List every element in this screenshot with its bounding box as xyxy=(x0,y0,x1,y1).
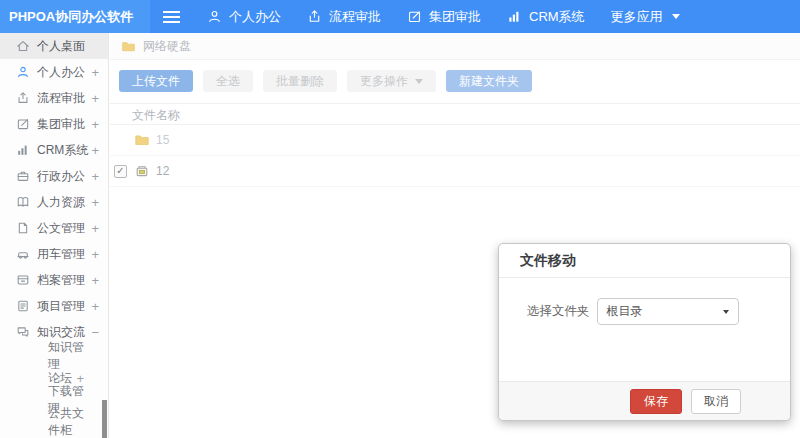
topnav-item-3[interactable]: 集团审批 xyxy=(394,0,494,33)
toolbar-button-label: 批量删除 xyxy=(276,73,324,90)
row-checkbox[interactable]: ✓ xyxy=(114,165,127,178)
topnav-item-label: CRM系统 xyxy=(529,8,585,26)
sidebar-item-9[interactable]: 用车管理+ xyxy=(0,241,108,267)
top-nav: 个人办公流程审批集团审批CRM系统更多应用 xyxy=(194,0,693,33)
sidebar-item-label: 个人办公 xyxy=(37,64,85,81)
chart-icon xyxy=(507,9,522,24)
sidebar-item-3[interactable]: 流程审批+ xyxy=(0,85,108,111)
breadcrumb: 网络硬盘 xyxy=(110,33,800,60)
table-header-file-name: 文件名称 xyxy=(110,106,800,125)
sidebar-item-10[interactable]: 档案管理+ xyxy=(0,267,108,293)
expand-plus-icon[interactable]: + xyxy=(91,196,99,209)
folder-select-value: 根目录 xyxy=(607,303,643,320)
drive-icon xyxy=(134,163,150,179)
archive-icon xyxy=(16,273,30,287)
toolbar-button-5[interactable]: 新建文件夹 xyxy=(446,70,532,92)
dialog-title: 文件移动 xyxy=(499,244,790,278)
chat-icon xyxy=(16,325,30,339)
toolbar-button-label: 更多操作 xyxy=(360,73,408,90)
sidebar-subitem-label: 知识管理 xyxy=(48,339,84,373)
expand-plus-icon[interactable]: + xyxy=(91,144,99,157)
topnav-item-label: 更多应用 xyxy=(611,8,663,26)
sidebar-item-label: CRM系统 xyxy=(37,142,88,159)
top-bar: PHPOA协同办公软件 个人办公流程审批集团审批CRM系统更多应用 xyxy=(0,0,800,33)
sidebar-item-4[interactable]: 集团审批+ xyxy=(0,111,108,137)
topnav-item-1[interactable]: 个人办公 xyxy=(194,0,294,33)
chart-icon xyxy=(16,143,30,157)
file-row[interactable]: 15 xyxy=(110,125,800,156)
sidebar-item-7[interactable]: 人力资源+ xyxy=(0,189,108,215)
expand-plus-icon[interactable]: + xyxy=(91,92,99,105)
select-folder-label: 选择文件夹 xyxy=(527,298,590,325)
sidebar-item-6[interactable]: 行政办公+ xyxy=(0,163,108,189)
save-button[interactable]: 保存 xyxy=(630,389,682,414)
topnav-item-5[interactable]: 更多应用 xyxy=(598,0,693,33)
toolbar-button-label: 全选 xyxy=(216,73,240,90)
sidebar-item-label: 个人桌面 xyxy=(37,38,85,55)
toolbar-button-1[interactable]: 上传文件 xyxy=(119,70,193,92)
sidebar-item-11[interactable]: 项目管理+ xyxy=(0,293,108,319)
process-icon xyxy=(16,91,30,105)
collapse-minus-icon[interactable]: − xyxy=(91,326,99,339)
chevron-down-icon xyxy=(672,14,680,19)
app-logo: PHPOA协同办公软件 xyxy=(0,0,150,33)
sidebar-item-5[interactable]: CRM系统+ xyxy=(0,137,108,163)
sidebar-subitem-1[interactable]: 知识管理 xyxy=(0,345,108,367)
topnav-item-label: 集团审批 xyxy=(429,8,481,26)
cancel-button[interactable]: 取消 xyxy=(691,389,741,414)
expand-plus-icon[interactable]: + xyxy=(91,118,99,131)
expand-plus-icon[interactable]: + xyxy=(91,66,99,79)
sidebar-item-label: 人力资源 xyxy=(37,194,85,211)
edit-icon xyxy=(407,9,422,24)
expand-plus-icon[interactable]: + xyxy=(91,222,99,235)
sidebar-item-label: 公文管理 xyxy=(37,220,85,237)
sidebar-item-label: 流程审批 xyxy=(37,90,85,107)
sidebar: 个人桌面个人办公+流程审批+集团审批+CRM系统+行政办公+人力资源+公文管理+… xyxy=(0,33,109,438)
topnav-item-4[interactable]: CRM系统 xyxy=(494,0,598,33)
expand-plus-icon[interactable]: + xyxy=(91,248,99,261)
sidebar-subitem-4[interactable]: 公共文件柜 xyxy=(0,411,108,433)
sidebar-item-label: 集团审批 xyxy=(37,116,85,133)
sidebar-item-label: 用车管理 xyxy=(37,246,85,263)
doc-icon xyxy=(16,221,30,235)
hamburger-menu-icon[interactable] xyxy=(163,11,180,23)
sidebar-item-8[interactable]: 公文管理+ xyxy=(0,215,108,241)
toolbar-button-label: 新建文件夹 xyxy=(459,73,519,90)
file-toolbar: 上传文件全选批量删除更多操作新建文件夹 xyxy=(110,60,800,104)
user-icon xyxy=(16,65,30,79)
project-icon xyxy=(16,299,30,313)
edit-icon xyxy=(16,117,30,131)
expand-plus-icon[interactable]: + xyxy=(91,274,99,287)
folder-icon xyxy=(134,132,150,148)
expand-plus-icon[interactable]: + xyxy=(91,300,99,313)
chevron-down-icon xyxy=(723,310,729,314)
book-icon xyxy=(16,195,30,209)
file-name: 12 xyxy=(156,164,169,178)
file-move-dialog: 文件移动 选择文件夹 根目录 保存 取消 xyxy=(498,243,791,421)
toolbar-button-label: 上传文件 xyxy=(132,73,180,90)
expand-plus-icon[interactable]: + xyxy=(91,170,99,183)
process-icon xyxy=(307,9,322,24)
briefcase-icon xyxy=(16,169,30,183)
sidebar-item-label: 行政办公 xyxy=(37,168,85,185)
file-row[interactable]: ✓12 xyxy=(110,156,800,187)
sidebar-item-label: 知识交流 xyxy=(37,324,85,341)
breadcrumb-label: 网络硬盘 xyxy=(143,38,191,55)
sidebar-item-label: 档案管理 xyxy=(37,272,85,289)
toolbar-button-3[interactable]: 批量删除 xyxy=(263,70,337,92)
topnav-item-2[interactable]: 流程审批 xyxy=(294,0,394,33)
home-icon xyxy=(16,39,30,53)
sidebar-scrollbar[interactable] xyxy=(102,400,107,438)
sidebar-item-1[interactable]: 个人桌面 xyxy=(0,33,108,59)
folder-icon xyxy=(121,39,136,54)
folder-select[interactable]: 根目录 xyxy=(597,298,739,325)
car-icon xyxy=(16,247,30,261)
toolbar-button-4[interactable]: 更多操作 xyxy=(347,70,436,92)
sidebar-item-label: 项目管理 xyxy=(37,298,85,315)
user-icon xyxy=(207,9,222,24)
file-name: 15 xyxy=(156,133,169,147)
sidebar-item-2[interactable]: 个人办公+ xyxy=(0,59,108,85)
topnav-item-label: 个人办公 xyxy=(229,8,281,26)
sidebar-subitem-label: 公共文件柜 xyxy=(48,405,84,438)
toolbar-button-2[interactable]: 全选 xyxy=(203,70,253,92)
